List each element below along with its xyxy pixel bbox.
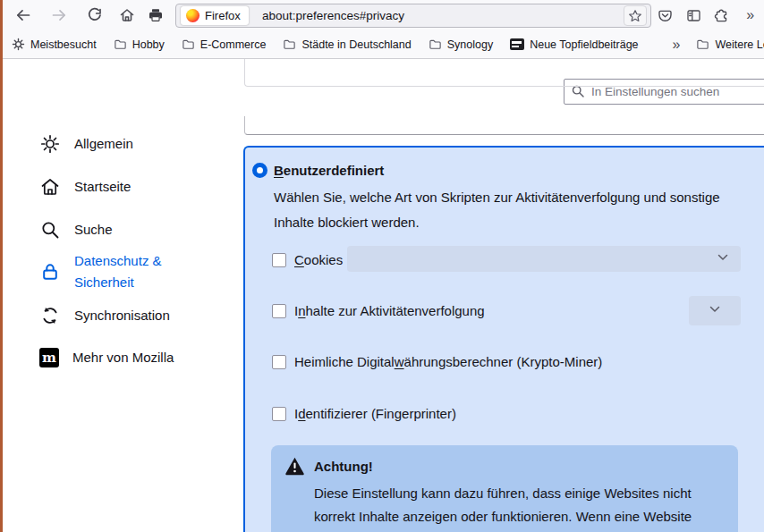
chevron-double-icon: » (673, 37, 680, 53)
fingerprinter-checkbox[interactable] (272, 407, 286, 421)
toolbar-overflow-button[interactable]: » (737, 3, 762, 28)
pocket-icon (658, 8, 673, 23)
toolbar-right-icons: » (651, 3, 764, 28)
sidebar-label: Mehr von Mozilla (72, 347, 174, 368)
warning-text-line1: Diese Einstellung kann dazu führen, dass… (314, 482, 724, 505)
cookies-label[interactable]: Cookies (294, 252, 343, 267)
sidebar-toggle-button[interactable] (681, 3, 706, 28)
bookmark-label: Neue Topfieldbeiträge (530, 38, 638, 51)
fingerprinter-label[interactable]: Identifizierer (Fingerprinter) (294, 406, 456, 421)
cookies-checkbox[interactable] (272, 253, 286, 267)
chevron-double-icon: » (746, 7, 753, 23)
bookmark-label: Meistbesucht (30, 38, 97, 51)
sidebar-item-datenschutz-sicherheit[interactable]: Datenschutz & Sicherheit (39, 244, 183, 300)
tracking-content-label[interactable]: Inhalte zur Aktivitätenverfolgung (294, 303, 485, 318)
forward-button[interactable] (47, 3, 72, 28)
tracking-content-dropdown[interactable] (689, 296, 741, 325)
puzzle-icon (714, 8, 729, 23)
topfield-favicon (510, 38, 524, 50)
search-icon (39, 219, 61, 241)
home-button[interactable] (115, 3, 140, 28)
cryptominer-label[interactable]: Heimliche Digitalwährungsberechner (Kryp… (294, 354, 602, 369)
site-identity-label: Firefox (205, 9, 241, 22)
back-arrow-icon (15, 7, 31, 23)
desktop-edge-strip (0, 0, 3, 532)
custom-radio[interactable] (252, 163, 267, 178)
gear-icon (12, 38, 25, 51)
custom-option-panel: Benutzerdefiniert Wählen Sie, welche Art… (243, 146, 764, 532)
forward-arrow-icon (51, 7, 67, 23)
browser-toolbar: Firefox about:preferences#privacy » (0, 0, 764, 59)
bookmark-item-synology[interactable]: Synology (429, 38, 493, 51)
folder-icon (283, 38, 296, 51)
tracking-content-checkbox[interactable] (272, 304, 286, 318)
option-box-strict-remnant (244, 116, 764, 135)
sync-icon (39, 305, 61, 326)
bookmark-item-topfield[interactable]: Neue Topfieldbeiträge (510, 38, 638, 51)
folder-icon (696, 38, 709, 51)
bookmark-label: Hobby (132, 38, 165, 51)
sidebar-label: Startseite (74, 176, 131, 198)
url-bar[interactable]: Firefox about:preferences#privacy (175, 4, 651, 28)
mozilla-icon: m (39, 348, 59, 367)
sidebar-label: Allgemein (74, 133, 133, 155)
warning-text-line2: korrekt Inhalte anzeigen oder funktionie… (314, 505, 724, 528)
reload-icon (87, 7, 103, 23)
sidebar-item-mehr-von-mozilla[interactable]: m Mehr von Mozilla (39, 347, 174, 368)
sidebar-item-allgemein[interactable]: Allgemein (39, 133, 133, 155)
bookmark-label: E-Commerce (200, 38, 267, 51)
custom-description-line2: Inhalte blockiert werden. (274, 215, 420, 230)
warning-box: Achtung! Diese Einstellung kann dazu füh… (271, 445, 738, 532)
bookmark-item-meistbesucht[interactable]: Meistbesucht (12, 38, 97, 51)
sidebar-label: Suche (74, 219, 113, 241)
reload-button[interactable] (82, 3, 107, 28)
bookmark-page-button[interactable] (624, 5, 647, 26)
url-text: about:preferences#privacy (262, 9, 404, 22)
printer-icon (148, 7, 164, 23)
print-button[interactable] (143, 3, 168, 28)
folder-icon (114, 38, 127, 51)
bookmark-item-staedte[interactable]: Städte in Deutschland (283, 38, 411, 51)
pocket-button[interactable] (653, 3, 678, 28)
navigation-row: Firefox about:preferences#privacy » (0, 0, 764, 30)
sidebar-label: Datenschutz & Sicherheit (74, 250, 183, 293)
sidebar-item-startseite[interactable]: Startseite (39, 176, 131, 198)
home-icon (119, 7, 135, 23)
bookmarks-bar: Meistbesucht Hobby E-Commerce Städte in … (0, 30, 764, 58)
site-identity-chip[interactable]: Firefox (181, 6, 249, 25)
search-icon (571, 84, 585, 102)
sidebar-label: Synchronisation (74, 305, 170, 326)
sidebar-item-suche[interactable]: Suche (39, 219, 113, 241)
lock-icon (39, 261, 61, 283)
cookies-dropdown[interactable] (347, 246, 741, 272)
chevron-down-icon (717, 251, 729, 267)
gear-icon (39, 133, 61, 155)
custom-description-line1: Wählen Sie, welche Art von Skripten zur … (274, 190, 720, 205)
sidebar-item-synchronisation[interactable]: Synchronisation (39, 305, 170, 326)
bookmark-item-ecommerce[interactable]: E-Commerce (182, 38, 267, 51)
extensions-button[interactable] (709, 3, 734, 28)
firefox-logo-icon (186, 9, 199, 22)
bookmark-item-weitere-lesezeichen[interactable]: Weitere Lesez (696, 38, 764, 51)
star-icon (628, 9, 642, 23)
bookmark-label: Städte in Deutschland (301, 38, 411, 51)
bookmark-label: Synology (447, 38, 493, 51)
custom-option-title[interactable]: Benutzerdefiniert (274, 163, 384, 178)
back-button[interactable] (11, 3, 36, 28)
bookmarks-overflow-button[interactable]: » (673, 37, 680, 53)
cryptominer-checkbox[interactable] (272, 355, 286, 369)
bookmark-item-hobby[interactable]: Hobby (114, 38, 165, 51)
home-icon (39, 176, 61, 198)
warning-title: Achtung! (314, 458, 724, 476)
bookmark-label: Weitere Lesez (715, 38, 764, 51)
settings-page: Allgemein Startseite Suche Datenschutz &… (0, 60, 764, 532)
folder-icon (429, 38, 442, 51)
folder-icon (182, 38, 195, 51)
sidebar-icon (686, 8, 701, 23)
warning-icon (284, 456, 305, 479)
option-box-above-remnant (244, 59, 764, 87)
chevron-down-icon (709, 303, 721, 319)
